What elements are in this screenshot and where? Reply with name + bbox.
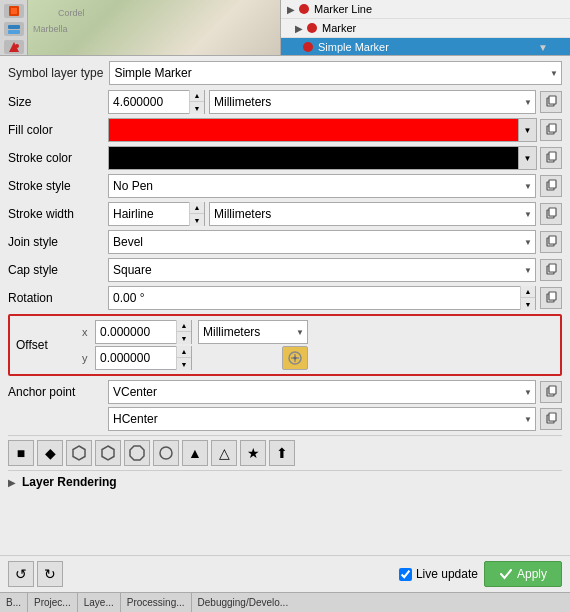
shape-circle-btn[interactable] <box>153 440 179 466</box>
fill-color-swatch[interactable] <box>108 118 519 142</box>
size-unit-select[interactable]: Millimeters <box>209 90 536 114</box>
shape-triangle-outline-btn[interactable]: △ <box>211 440 237 466</box>
stroke-color-controls: ▼ <box>108 146 562 170</box>
offset-y-up-btn[interactable]: ▲ <box>177 346 191 358</box>
svg-rect-1 <box>11 8 17 14</box>
svg-marker-28 <box>102 446 114 460</box>
live-update-label[interactable]: Live update <box>399 567 478 581</box>
join-style-select[interactable]: Bevel <box>108 230 536 254</box>
join-style-copy-btn[interactable] <box>540 231 562 253</box>
shape-diamond-btn[interactable]: ◆ <box>37 440 63 466</box>
stroke-width-unit-select[interactable]: Millimeters <box>209 202 536 226</box>
symbol-layer-type-select-wrapper[interactable]: Simple Marker <box>109 61 562 85</box>
offset-y-label: y <box>82 352 92 364</box>
stroke-width-controls: ▲ ▼ Millimeters <box>108 202 562 226</box>
offset-y-spinner[interactable]: ▲ ▼ <box>95 346 192 370</box>
fill-color-label: Fill color <box>8 123 108 137</box>
stroke-width-spinner[interactable]: ▲ ▼ <box>108 202 205 226</box>
stroke-width-input[interactable] <box>109 203 189 225</box>
shape-hexagon-btn[interactable] <box>66 440 92 466</box>
rotation-up-btn[interactable]: ▲ <box>521 286 535 298</box>
svg-point-22 <box>294 357 297 360</box>
offset-y-input[interactable] <box>96 347 176 369</box>
size-unit-wrapper[interactable]: Millimeters <box>209 90 536 114</box>
stroke-width-copy-btn[interactable] <box>540 203 562 225</box>
status-tab-project[interactable]: Projec... <box>28 593 78 612</box>
map-area: Cordel Marbella <box>28 0 280 55</box>
stroke-width-unit-wrapper[interactable]: Millimeters <box>209 202 536 226</box>
cap-style-select[interactable]: Square <box>108 258 536 282</box>
anchor-hcenter-copy-btn[interactable] <box>540 408 562 430</box>
stroke-style-select[interactable]: No Pen <box>108 174 536 198</box>
size-input[interactable] <box>109 91 189 113</box>
status-tab-debugging[interactable]: Debugging/Develo... <box>192 593 570 612</box>
status-tab-layer[interactable]: Laye... <box>78 593 121 612</box>
anchor-vcenter-select[interactable]: VCenter <box>108 380 536 404</box>
scrollbar-arrow: ▼ <box>538 42 548 53</box>
shape-hexagon2-btn[interactable] <box>95 440 121 466</box>
anchor-vcenter-wrapper[interactable]: VCenter <box>108 380 536 404</box>
rotation-down-btn[interactable]: ▼ <box>521 298 535 310</box>
stroke-style-copy-btn[interactable] <box>540 175 562 197</box>
svg-point-30 <box>160 447 172 459</box>
shape-square-btn[interactable]: ■ <box>8 440 34 466</box>
rotation-row: Rotation ▲ ▼ <box>8 286 562 310</box>
size-spinner[interactable]: ▲ ▼ <box>108 90 205 114</box>
fill-color-dropdown-btn[interactable]: ▼ <box>519 118 537 142</box>
toolbar-icon-1[interactable] <box>4 4 24 18</box>
offset-section: Offset x ▲ ▼ y <box>8 314 562 376</box>
offset-y-row: y ▲ ▼ <box>82 346 192 370</box>
stroke-color-dropdown-btn[interactable]: ▼ <box>519 146 537 170</box>
size-down-btn[interactable]: ▼ <box>190 102 204 114</box>
undo-btn[interactable]: ↺ <box>8 561 34 587</box>
anchor-hcenter-wrapper[interactable]: HCenter <box>108 407 536 431</box>
toolbar-icon-2[interactable] <box>4 22 24 36</box>
offset-icon-btn[interactable] <box>282 346 308 370</box>
shape-triangle-btn[interactable]: ▲ <box>182 440 208 466</box>
offset-x-spinner[interactable]: ▲ ▼ <box>95 320 192 344</box>
toolbar-icon-3[interactable] <box>4 40 24 54</box>
redo-btn[interactable]: ↻ <box>37 561 63 587</box>
apply-btn[interactable]: Apply <box>484 561 562 587</box>
stroke-style-select-wrapper[interactable]: No Pen <box>108 174 536 198</box>
size-controls: ▲ ▼ Millimeters <box>108 90 562 114</box>
status-tab-b[interactable]: B... <box>0 593 28 612</box>
fill-color-copy-btn[interactable] <box>540 119 562 141</box>
main-form: Symbol layer type Simple Marker Size ▲ ▼… <box>0 56 570 489</box>
size-label: Size <box>8 95 108 109</box>
anchor-hcenter-select[interactable]: HCenter <box>108 407 536 431</box>
shape-octagon-btn[interactable] <box>124 440 150 466</box>
symbol-layer-type-select[interactable]: Simple Marker <box>109 61 562 85</box>
shape-arrow-btn[interactable]: ⬆ <box>269 440 295 466</box>
cap-style-select-wrapper[interactable]: Square <box>108 258 536 282</box>
offset-x-input[interactable] <box>96 321 176 343</box>
stroke-color-swatch[interactable] <box>108 146 519 170</box>
stroke-width-down-btn[interactable]: ▼ <box>190 214 204 226</box>
offset-unit-wrapper[interactable]: Millimeters <box>198 320 308 344</box>
join-style-select-wrapper[interactable]: Bevel <box>108 230 536 254</box>
size-copy-btn[interactable] <box>540 91 562 113</box>
offset-label: Offset <box>16 338 76 352</box>
live-update-checkbox[interactable] <box>399 568 412 581</box>
rotation-input[interactable] <box>109 287 520 309</box>
apply-check-icon <box>499 567 513 581</box>
stroke-width-up-btn[interactable]: ▲ <box>190 202 204 214</box>
svg-marker-27 <box>73 446 85 460</box>
rotation-spinner[interactable]: ▲ ▼ <box>108 286 536 310</box>
shape-star-btn[interactable]: ★ <box>240 440 266 466</box>
layer-item-simple-marker[interactable]: Simple Marker ▼ <box>281 38 570 55</box>
size-up-btn[interactable]: ▲ <box>190 90 204 102</box>
status-tab-processing[interactable]: Processing... <box>121 593 192 612</box>
cap-style-copy-btn[interactable] <box>540 259 562 281</box>
offset-y-down-btn[interactable]: ▼ <box>177 358 191 370</box>
stroke-color-copy-btn[interactable] <box>540 147 562 169</box>
svg-rect-14 <box>549 208 556 216</box>
layer-item-marker-line[interactable]: ▶ Marker Line <box>281 0 570 19</box>
rotation-copy-btn[interactable] <box>540 287 562 309</box>
layer-item-marker[interactable]: ▶ Marker <box>281 19 570 38</box>
offset-x-down-btn[interactable]: ▼ <box>177 332 191 344</box>
offset-unit-select[interactable]: Millimeters <box>198 320 308 344</box>
anchor-vcenter-copy-btn[interactable] <box>540 381 562 403</box>
offset-x-up-btn[interactable]: ▲ <box>177 320 191 332</box>
live-update-text: Live update <box>416 567 478 581</box>
